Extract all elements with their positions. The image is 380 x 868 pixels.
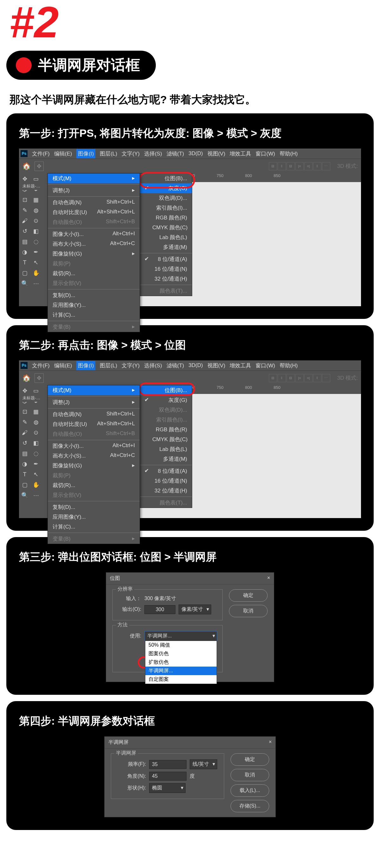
menu-layer[interactable]: 图层(L) [100,150,117,157]
menu-adjustments[interactable]: 调整(J)▸ [48,397,140,407]
tool-hand[interactable]: ✋ [31,268,41,278]
menu-file[interactable]: 文件(F) [32,150,50,157]
menu-mode[interactable]: 模式(M)▸ [48,174,140,183]
output-unit-select[interactable]: 像素/英寸 [179,604,211,614]
align-btn[interactable]: |= [295,162,304,170]
close-icon[interactable]: × [267,575,270,582]
cancel-button[interactable]: 取消 [230,769,269,781]
menu-layer[interactable]: 图层(L) [100,362,117,369]
menu-file[interactable]: 文件(F) [32,362,50,369]
menu-3d[interactable]: 3D(D) [188,362,203,369]
tool-stamp[interactable]: ⊙ [31,216,41,226]
menu-image-rotation[interactable]: 图像旋转(G)▸ [48,461,140,471]
mode-multichannel[interactable]: 多通道(M) [140,454,192,464]
tool-blur[interactable]: ◌ [31,237,41,247]
menu-calculations[interactable]: 计算(C)... [48,310,140,320]
menu-edit[interactable]: 编辑(E) [54,362,72,369]
mode-indexed[interactable]: 索引颜色(I)... [140,203,192,213]
mode-cmyk[interactable]: CMYK 颜色(C) [140,223,192,232]
tool-text[interactable]: T [20,469,30,479]
mode-8bit[interactable]: ✔8 位/通道(A) [140,254,192,264]
menu-adjustments[interactable]: 调整(J)▸ [48,186,140,195]
tool-pen[interactable]: ✒ [31,459,41,469]
mode-bitmap[interactable]: 位图(B)... [140,385,192,395]
tool-frame[interactable]: ▦ [31,407,41,417]
mode-grayscale[interactable]: ✔灰度(G) [140,183,192,193]
mode-cmyk[interactable]: CMYK 颜色(C) [140,434,192,444]
menu-select[interactable]: 选择(S) [144,362,162,369]
align-btn[interactable]: =| [304,374,313,382]
tool-frame[interactable]: ▦ [31,195,41,205]
align-btn[interactable]: |= [295,374,304,382]
menu-edit[interactable]: 编辑(E) [54,150,72,157]
menu-filter[interactable]: 滤镜(T) [166,150,184,157]
menu-canvas-size[interactable]: 画布大小(S)...Alt+Ctrl+C [48,239,140,249]
align-btn[interactable]: ⊟ [287,162,295,170]
mode-32bit[interactable]: 32 位/通道(H) [140,486,192,496]
tool-blur[interactable]: ◌ [31,448,41,459]
align-btn[interactable]: ⋯ [322,374,330,382]
home-icon[interactable]: 🏠 [22,162,31,170]
tool-text[interactable]: T [20,257,30,268]
align-btn[interactable]: ⫴ [313,374,321,382]
align-btn[interactable]: ⊟ [269,162,277,170]
mode-16bit[interactable]: 16 位/通道(N) [140,264,192,274]
ok-button[interactable]: 确定 [230,753,269,766]
align-btn[interactable]: =| [304,162,313,170]
tool-heal[interactable]: ◍ [31,417,41,427]
close-icon[interactable]: × [269,739,272,746]
load-button[interactable]: 载入(L)... [230,784,269,797]
tool-zoom[interactable]: 🔍 [20,490,30,500]
align-btn[interactable]: ⫴ [278,374,286,382]
tool-history[interactable]: ↺ [20,438,30,448]
mode-duotone[interactable]: 双色调(D)... [140,193,192,203]
mode-rgb[interactable]: RGB 颜色(R) [140,425,192,434]
menu-apply-image[interactable]: 应用图像(Y)... [48,300,140,310]
menu-apply-image[interactable]: 应用图像(Y)... [48,512,140,522]
align-btn[interactable]: ⊟ [269,374,277,382]
mode-16bit[interactable]: 16 位/通道(N) [140,476,192,486]
menu-duplicate[interactable]: 复制(D)... [48,502,140,512]
freq-unit-select[interactable]: 线/英寸 [190,760,217,769]
tool-shape[interactable]: ▢ [20,268,30,278]
option-diffusion[interactable]: 扩散仿色 [145,658,217,666]
shape-select[interactable]: 椭圆 [149,783,186,793]
menu-window[interactable]: 窗口(W) [256,150,275,157]
tool-shape[interactable]: ▢ [20,480,30,490]
menu-filter[interactable]: 滤镜(T) [166,362,184,369]
menu-view[interactable]: 视图(V) [208,362,225,369]
menu-trim[interactable]: 裁切(R)... [48,269,140,278]
tool-crop[interactable]: ⊡ [20,195,30,205]
align-btn[interactable]: ⋯ [322,162,330,170]
menu-calculations[interactable]: 计算(C)... [48,522,140,532]
doc-tab[interactable]: 未标题-… [20,182,42,190]
menu-image[interactable]: 图像(I) [76,149,95,158]
tool-dodge[interactable]: ◑ [20,459,30,469]
menu-auto-contrast[interactable]: 自动对比度(U)Alt+Shift+Ctrl+L [48,419,140,429]
menu-help[interactable]: 帮助(H) [280,362,298,369]
menu-window[interactable]: 窗口(W) [256,362,275,369]
tool-eyedrop[interactable]: ✎ [20,205,30,215]
menu-auto-tone[interactable]: 自动色调(N)Shift+Ctrl+L [48,409,140,419]
tool-brush[interactable]: 🖌 [20,216,30,226]
align-btn[interactable]: ⫴ [313,162,321,170]
angle-input[interactable]: 45 [149,772,187,781]
tool-history[interactable]: ↺ [20,226,30,236]
menu-type[interactable]: 文字(Y) [122,362,140,369]
menu-help[interactable]: 帮助(H) [280,150,298,157]
move-tool-icon[interactable]: ✥ [34,161,44,171]
menu-plugins[interactable]: 增效工具 [230,150,251,157]
menu-canvas-size[interactable]: 画布大小(S)...Alt+Ctrl+C [48,451,140,461]
mode-lab[interactable]: Lab 颜色(L) [140,444,192,454]
tool-heal[interactable]: ◍ [31,205,41,215]
mode-rgb[interactable]: RGB 颜色(R) [140,213,192,223]
tool-crop[interactable]: ⊡ [20,407,30,417]
tool-more[interactable]: ⋯ [31,490,41,500]
tool-hand[interactable]: ✋ [31,480,41,490]
mode-bitmap[interactable]: 位图(B)... [140,174,192,183]
mode-lab[interactable]: Lab 颜色(L) [140,232,192,242]
menu-image-rotation[interactable]: 图像旋转(G)▸ [48,249,140,259]
menu-image-size[interactable]: 图像大小(I)...Alt+Ctrl+I [48,229,140,239]
tool-eraser[interactable]: ◧ [31,226,41,236]
mode-8bit[interactable]: ✔8 位/通道(A) [140,466,192,476]
